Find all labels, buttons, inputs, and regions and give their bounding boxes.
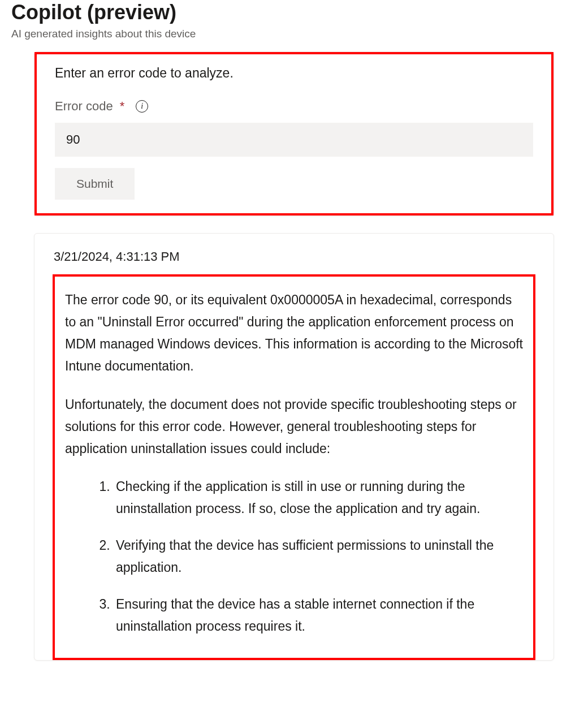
field-label-row: Error code * i: [55, 99, 533, 114]
error-code-input-card: Enter an error code to analyze. Error co…: [34, 51, 554, 216]
list-item: Ensuring that the device has a stable in…: [114, 593, 523, 637]
response-timestamp: 3/21/2024, 4:31:13 PM: [53, 249, 535, 264]
response-card: 3/21/2024, 4:31:13 PM The error code 90,…: [34, 233, 554, 661]
response-paragraph-1: The error code 90, or its equivalent 0x0…: [65, 289, 523, 377]
list-item: Verifying that the device has sufficient…: [114, 535, 523, 579]
page-header: Copilot (preview) AI generated insights …: [0, 0, 588, 46]
page-subtitle: AI generated insights about this device: [11, 28, 577, 40]
info-icon[interactable]: i: [136, 100, 148, 113]
response-paragraph-2: Unfortunately, the document does not pro…: [65, 394, 523, 460]
error-code-label: Error code: [55, 99, 113, 114]
troubleshooting-steps-list: Checking if the application is still in …: [65, 476, 523, 638]
error-code-input[interactable]: [55, 123, 533, 157]
submit-button[interactable]: Submit: [55, 168, 135, 200]
page-title: Copilot (preview): [11, 0, 577, 24]
required-asterisk: *: [120, 99, 125, 114]
response-highlight-box: The error code 90, or its equivalent 0x0…: [53, 274, 535, 660]
prompt-text: Enter an error code to analyze.: [55, 66, 533, 81]
input-highlight-box: Enter an error code to analyze. Error co…: [34, 52, 554, 216]
list-item: Checking if the application is still in …: [114, 476, 523, 520]
